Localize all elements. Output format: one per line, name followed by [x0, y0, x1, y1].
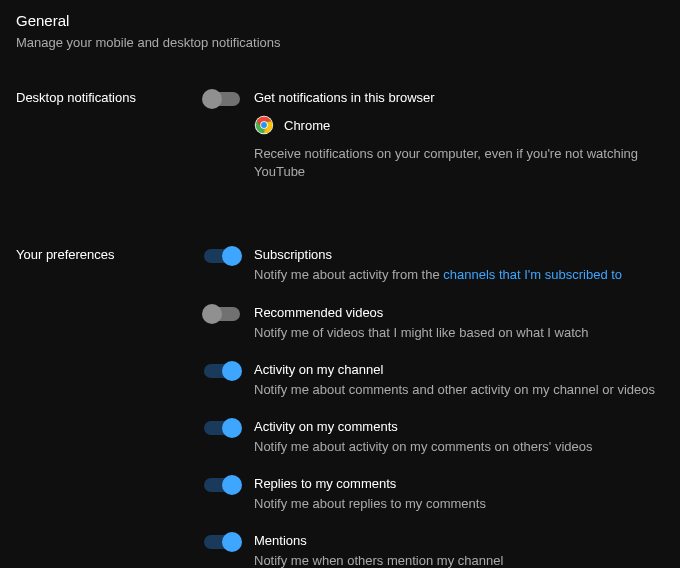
- toggle-knob: [222, 532, 242, 552]
- svg-point-2: [261, 122, 267, 128]
- recommended-videos-desc: Notify me of videos that I might like ba…: [254, 324, 664, 342]
- desktop-notifications-title: Get notifications in this browser: [254, 90, 664, 105]
- toggle-knob: [202, 89, 222, 109]
- activity-channel-toggle[interactable]: [204, 364, 240, 378]
- subscriptions-desc-text: Notify me about activity from the: [254, 267, 443, 282]
- toggle-knob: [222, 475, 242, 495]
- chrome-icon: [254, 115, 274, 135]
- recommended-videos-toggle[interactable]: [204, 307, 240, 321]
- replies-comments-title: Replies to my comments: [254, 476, 664, 491]
- activity-comments-title: Activity on my comments: [254, 419, 664, 434]
- activity-comments-desc: Notify me about activity on my comments …: [254, 438, 664, 456]
- subscriptions-desc: Notify me about activity from the channe…: [254, 266, 664, 284]
- activity-comments-toggle[interactable]: [204, 421, 240, 435]
- toggle-knob: [222, 418, 242, 438]
- subscribed-channels-link[interactable]: channels that I'm subscribed to: [443, 267, 622, 282]
- browser-name: Chrome: [284, 118, 330, 133]
- recommended-videos-title: Recommended videos: [254, 305, 664, 320]
- section-label-desktop: Desktop notifications: [16, 90, 204, 203]
- activity-channel-desc: Notify me about comments and other activ…: [254, 381, 664, 399]
- toggle-knob: [222, 246, 242, 266]
- toggle-knob: [202, 304, 222, 324]
- mentions-desc: Notify me when others mention my channel: [254, 552, 664, 568]
- page-subtitle: Manage your mobile and desktop notificat…: [16, 35, 664, 50]
- subscriptions-toggle[interactable]: [204, 249, 240, 263]
- mentions-title: Mentions: [254, 533, 664, 548]
- replies-comments-desc: Notify me about replies to my comments: [254, 495, 664, 513]
- subscriptions-title: Subscriptions: [254, 247, 664, 262]
- replies-comments-toggle[interactable]: [204, 478, 240, 492]
- activity-channel-title: Activity on my channel: [254, 362, 664, 377]
- toggle-knob: [222, 361, 242, 381]
- desktop-notifications-desc: Receive notifications on your computer, …: [254, 145, 664, 181]
- section-label-preferences: Your preferences: [16, 247, 204, 568]
- mentions-toggle[interactable]: [204, 535, 240, 549]
- page-title: General: [16, 12, 664, 29]
- desktop-notifications-toggle[interactable]: [204, 92, 240, 106]
